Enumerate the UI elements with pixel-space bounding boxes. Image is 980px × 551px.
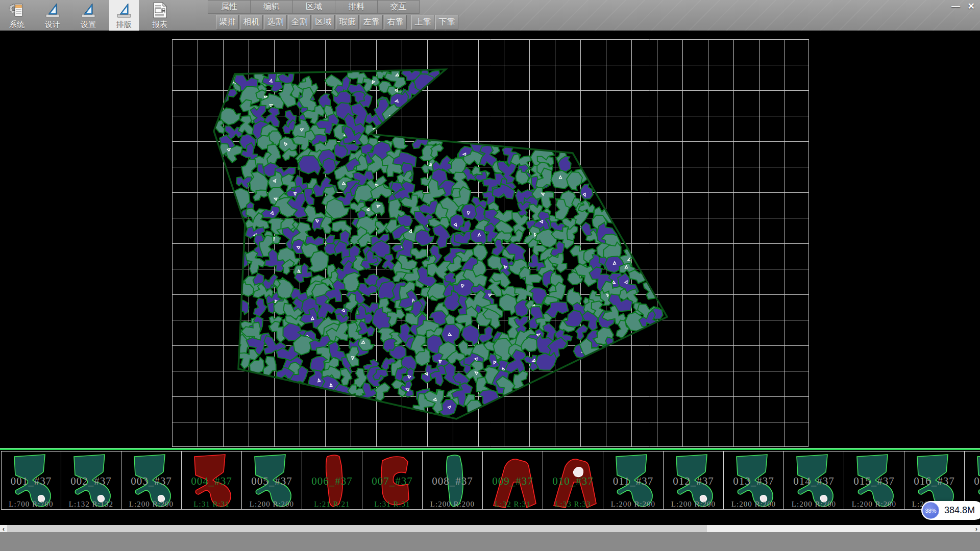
system-gear-icon bbox=[8, 1, 26, 19]
nav-tab-label: 报表 bbox=[152, 20, 167, 30]
piece-lr-count-label: L:200 R:200 bbox=[724, 500, 783, 509]
piece-id-label: 009_#37 bbox=[483, 475, 543, 488]
nesting-ruler-icon bbox=[115, 1, 133, 19]
memory-size-label: 384.8M bbox=[944, 505, 975, 516]
thumbnail-piece-004[interactable]: 004_#37L:31 R:31 bbox=[182, 451, 242, 510]
piece-id-label: 003_#37 bbox=[121, 475, 181, 488]
thumbnail-piece-011[interactable]: 011_#37L:200 R:200 bbox=[603, 451, 664, 510]
menu-item-4[interactable]: 排料 bbox=[335, 0, 377, 14]
tool-button-5[interactable]: 区域 bbox=[312, 15, 335, 30]
tool-button-bar: 聚排相机选割全割区域瑕疵左靠右靠上靠下靠 bbox=[216, 15, 458, 30]
nav-tab-4[interactable]: 排版 bbox=[109, 0, 139, 31]
piece-lr-count-label: L:200 R:200 bbox=[784, 500, 844, 509]
piece-id-label: 012_#37 bbox=[664, 475, 723, 488]
menu-item-3[interactable]: 区域 bbox=[292, 0, 335, 14]
menu-item-5[interactable]: 交互 bbox=[377, 0, 420, 14]
scroll-left-button[interactable]: ‹ bbox=[0, 525, 7, 532]
thumbnail-piece-015[interactable]: 015_#37L:200 R:200 bbox=[844, 451, 904, 510]
nav-tab-label: 设置 bbox=[81, 20, 96, 30]
piece-id-label: 011_#37 bbox=[603, 475, 663, 488]
thumbnail-piece-010[interactable]: 010_#37L:33 R:33 bbox=[543, 451, 603, 510]
nav-tab-5[interactable]: 报表 bbox=[145, 0, 175, 31]
main-toolbar: 系统设计设置排版报表 属性编辑区域排料交互 聚排相机选割全割区域瑕疵左靠右靠上靠… bbox=[0, 0, 980, 31]
piece-id-label: 005_#37 bbox=[242, 475, 302, 488]
tool-button-10[interactable]: 下靠 bbox=[435, 15, 458, 30]
nav-tab-label: 系统 bbox=[9, 20, 24, 30]
memory-percent-indicator: 38% bbox=[922, 502, 939, 519]
piece-lr-count-label: L:33 R:33 bbox=[543, 500, 603, 509]
tool-button-7[interactable]: 左靠 bbox=[360, 15, 383, 30]
piece-lr-count-label: L:31 R:31 bbox=[362, 500, 422, 509]
menu-item-1[interactable]: 属性 bbox=[208, 0, 250, 14]
thumbnail-piece-014[interactable]: 014_#37L:200 R:200 bbox=[784, 451, 844, 510]
piece-lr-count-label: L:200 R:200 bbox=[121, 500, 181, 509]
thumbnail-list: 001_#37L:700 R:700002_#37L:132 R:132003_… bbox=[0, 451, 980, 510]
piece-thumbnail-strip: 001_#37L:700 R:700002_#37L:132 R:132003_… bbox=[0, 448, 980, 525]
piece-lr-count-label: L:31 R:31 bbox=[182, 500, 241, 509]
thumbnail-piece-007[interactable]: 007_#37L:31 R:31 bbox=[362, 451, 423, 510]
nesting-app-window: 系统设计设置排版报表 属性编辑区域排料交互 聚排相机选割全割区域瑕疵左靠右靠上靠… bbox=[0, 0, 980, 551]
memory-badge[interactable]: 38% 384.8M bbox=[921, 501, 980, 520]
nav-tab-label: 排版 bbox=[116, 20, 132, 30]
piece-lr-count-label: L:132 R:132 bbox=[61, 500, 121, 509]
piece-lr-count-label: L:200 R:200 bbox=[664, 500, 723, 509]
thumbnail-piece-003[interactable]: 003_#37L:200 R:200 bbox=[121, 451, 182, 510]
tool-button-8[interactable]: 右靠 bbox=[384, 15, 407, 30]
nav-tab-2[interactable]: 设计 bbox=[38, 0, 67, 31]
strip-green-line bbox=[0, 448, 980, 450]
piece-id-label: 006_#37 bbox=[302, 475, 362, 488]
piece-lr-count-label: L:200 R:200 bbox=[844, 500, 904, 509]
piece-lr-count-label: L:700 R:700 bbox=[2, 500, 61, 509]
thumbnail-piece-012[interactable]: 012_#37L:200 R:200 bbox=[664, 451, 724, 510]
piece-lr-count-label: L:32 R:31 bbox=[483, 500, 543, 509]
piece-lr-count-label: L:21 R:21 bbox=[302, 500, 362, 509]
piece-id-label: 017_#37 bbox=[965, 475, 980, 488]
piece-lr-count-label: L:200 R:200 bbox=[603, 500, 663, 509]
piece-id-label: 015_#37 bbox=[844, 475, 904, 488]
nav-tab-bar: 系统设计设置排版报表 bbox=[2, 0, 175, 31]
status-bar bbox=[0, 532, 980, 551]
piece-id-label: 013_#37 bbox=[724, 475, 783, 488]
menu-bar: 属性编辑区域排料交互 bbox=[208, 0, 420, 14]
piece-lr-count-label: L:200 R:200 bbox=[423, 500, 482, 509]
nav-tab-label: 设计 bbox=[45, 20, 60, 30]
piece-id-label: 007_#37 bbox=[362, 475, 422, 488]
thumbnail-piece-013[interactable]: 013_#37L:200 R:200 bbox=[724, 451, 784, 510]
nav-tab-3[interactable]: 设置 bbox=[74, 0, 103, 31]
minimize-button[interactable]: — bbox=[949, 1, 963, 12]
nav-tab-1[interactable]: 系统 bbox=[2, 0, 32, 31]
nesting-canvas[interactable] bbox=[0, 31, 980, 448]
piece-id-label: 004_#37 bbox=[182, 475, 241, 488]
tool-button-3[interactable]: 选割 bbox=[264, 15, 287, 30]
design-ruler-icon bbox=[43, 1, 62, 19]
tool-button-9[interactable]: 上靠 bbox=[411, 15, 434, 30]
piece-id-label: 008_#37 bbox=[423, 475, 482, 488]
thumbnail-piece-009[interactable]: 009_#37L:32 R:31 bbox=[483, 451, 543, 510]
piece-id-label: 016_#37 bbox=[904, 475, 964, 488]
piece-id-label: 014_#37 bbox=[784, 475, 844, 488]
settings-ruler-icon bbox=[79, 1, 97, 19]
report-doc-icon bbox=[151, 1, 169, 19]
tool-button-2[interactable]: 相机 bbox=[240, 15, 263, 30]
menu-item-2[interactable]: 编辑 bbox=[250, 0, 292, 14]
close-button[interactable]: ✕ bbox=[964, 1, 978, 12]
thumbnail-piece-008[interactable]: 008_#37L:200 R:200 bbox=[423, 451, 483, 510]
thumbnail-piece-006[interactable]: 006_#37L:21 R:21 bbox=[302, 451, 362, 510]
piece-id-label: 002_#37 bbox=[61, 475, 121, 488]
piece-id-label: 010_#37 bbox=[543, 475, 603, 488]
piece-id-label: 001_#37 bbox=[2, 475, 61, 488]
scrollbar-thumb[interactable] bbox=[7, 525, 707, 532]
thumbnail-piece-002[interactable]: 002_#37L:132 R:132 bbox=[61, 451, 121, 510]
thumbnail-piece-005[interactable]: 005_#37L:200 R:200 bbox=[242, 451, 302, 510]
piece-lr-count-label: L:200 R:200 bbox=[242, 500, 302, 509]
horizontal-scrollbar[interactable]: ‹ › bbox=[0, 525, 980, 532]
thumbnail-piece-001[interactable]: 001_#37L:700 R:700 bbox=[1, 451, 61, 510]
scroll-right-button[interactable]: › bbox=[973, 525, 980, 532]
tool-button-1[interactable]: 聚排 bbox=[216, 15, 239, 30]
window-controls: — ✕ bbox=[949, 1, 978, 12]
tool-button-6[interactable]: 瑕疵 bbox=[336, 15, 359, 30]
tool-button-4[interactable]: 全割 bbox=[288, 15, 311, 30]
